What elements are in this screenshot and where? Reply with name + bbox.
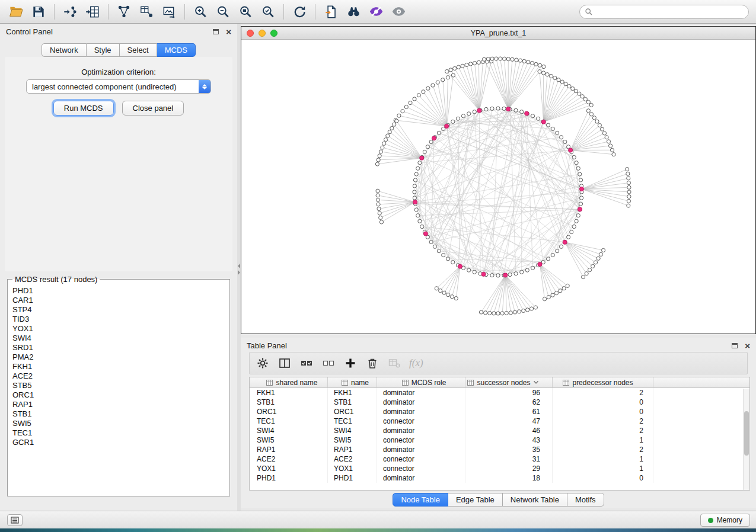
mcds-result-item[interactable]: FKH1 bbox=[12, 362, 225, 371]
table-row[interactable]: FKH1FKH1dominator962 bbox=[250, 388, 749, 398]
mcds-result-item[interactable]: ORC1 bbox=[12, 390, 225, 400]
new-network-button[interactable] bbox=[113, 2, 135, 21]
select-all-columns-button[interactable] bbox=[298, 355, 315, 371]
table-cell-filler bbox=[653, 445, 749, 454]
mcds-result-item[interactable]: YOX1 bbox=[12, 324, 225, 334]
column-header-name[interactable]: name bbox=[328, 377, 377, 387]
table-row[interactable]: ORC1ORC1dominator610 bbox=[250, 407, 749, 416]
table-cell: TEC1 bbox=[250, 416, 328, 426]
mcds-result-item[interactable]: RAP1 bbox=[12, 400, 225, 409]
table-cell-filler bbox=[653, 416, 749, 426]
mcds-result-item[interactable]: ACE2 bbox=[12, 371, 225, 381]
panel-selector-button[interactable] bbox=[7, 514, 23, 526]
zoom-out-button[interactable] bbox=[212, 2, 234, 21]
show-all-button[interactable] bbox=[387, 2, 410, 21]
tab-mcds[interactable]: MCDS bbox=[157, 43, 196, 57]
zoom-in-button[interactable] bbox=[189, 2, 212, 21]
table-panel: Table Panel × bbox=[241, 338, 756, 508]
float-panel-icon[interactable] bbox=[213, 29, 219, 34]
close-panel-button[interactable]: Close panel bbox=[122, 101, 184, 116]
tab-network[interactable]: Network bbox=[42, 43, 87, 57]
table-row[interactable]: SWI5SWI5connector431 bbox=[250, 435, 749, 445]
network-canvas-svg[interactable] bbox=[241, 40, 755, 334]
control-panel-tabs: Network Style Select MCDS bbox=[42, 43, 196, 57]
table-cell: RAP1 bbox=[250, 445, 328, 454]
import-table-button[interactable] bbox=[81, 2, 104, 21]
table-cell: 0 bbox=[553, 407, 653, 416]
mcds-result-item[interactable]: GCR1 bbox=[12, 438, 225, 447]
export-image-button[interactable] bbox=[158, 2, 180, 21]
table-row[interactable]: ACE2ACE2connector311 bbox=[250, 454, 749, 464]
save-session-button[interactable] bbox=[27, 2, 50, 21]
application-window: Control Panel × Network Style Select MCD… bbox=[0, 0, 756, 532]
mcds-result-item[interactable]: CAR1 bbox=[12, 296, 225, 305]
table-row[interactable]: TEC1TEC1connector472 bbox=[250, 416, 749, 426]
toolbar-separator bbox=[283, 4, 284, 20]
mcds-result-item[interactable]: SRD1 bbox=[12, 343, 225, 352]
mcds-result-item[interactable]: TID3 bbox=[12, 315, 225, 324]
column-type-icon bbox=[563, 380, 569, 386]
search-input[interactable] bbox=[596, 8, 744, 16]
deselect-all-columns-button[interactable] bbox=[320, 355, 337, 371]
zoom-fit-button[interactable] bbox=[234, 2, 257, 21]
mcds-result-item[interactable]: STB5 bbox=[12, 381, 225, 390]
open-file-button[interactable] bbox=[5, 2, 27, 21]
table-row[interactable]: SWI4SWI4dominator462 bbox=[250, 426, 749, 435]
table-cell: 1 bbox=[553, 435, 653, 445]
table-row[interactable]: STB1STB1dominator620 bbox=[250, 398, 749, 407]
search-network-button[interactable] bbox=[342, 2, 365, 21]
table-cell: ACE2 bbox=[328, 454, 377, 464]
show-columns-button[interactable] bbox=[276, 355, 293, 371]
table-settings-button[interactable] bbox=[254, 355, 271, 371]
window-minimize-button[interactable] bbox=[259, 30, 266, 37]
table-cell-filler bbox=[653, 388, 749, 398]
mcds-result-item[interactable]: STP4 bbox=[12, 305, 225, 315]
criterion-dropdown[interactable]: largest connected component (undirected) bbox=[26, 79, 211, 94]
mcds-result-list[interactable]: PHD1CAR1STP4TID3YOX1SWI4SRD1PMA2FKH1ACE2… bbox=[9, 285, 228, 495]
mcds-result-item[interactable]: STB1 bbox=[12, 409, 225, 419]
column-header-shared-name[interactable]: shared name bbox=[250, 377, 328, 387]
refresh-view-button[interactable] bbox=[288, 2, 311, 21]
run-mcds-button[interactable]: Run MCDS bbox=[53, 101, 114, 116]
mcds-result-item[interactable]: PHD1 bbox=[12, 286, 225, 296]
table-cell-filler bbox=[653, 435, 749, 445]
table-panel-titlebar: Table Panel × bbox=[241, 338, 756, 353]
table-cell: SWI5 bbox=[328, 435, 377, 445]
table-cell: PHD1 bbox=[250, 473, 328, 483]
table-row[interactable]: PHD1PHD1dominator180 bbox=[250, 473, 749, 483]
hide-unselected-button[interactable] bbox=[365, 2, 387, 21]
table-row[interactable]: RAP1RAP1dominator352 bbox=[250, 445, 749, 454]
mcds-result-item[interactable]: SWI5 bbox=[12, 419, 225, 428]
tab-node-table[interactable]: Node Table bbox=[393, 493, 448, 507]
create-column-button[interactable] bbox=[342, 355, 359, 371]
network-table-button[interactable] bbox=[135, 2, 158, 21]
table-row[interactable]: YOX1YOX1connector291 bbox=[250, 464, 749, 473]
network-table-icon bbox=[139, 4, 154, 20]
window-close-button[interactable] bbox=[247, 30, 254, 37]
float-table-panel-icon[interactable] bbox=[732, 343, 738, 348]
column-header-mcds-role[interactable]: MCDS role bbox=[377, 377, 465, 387]
table-scrollbar[interactable] bbox=[743, 389, 749, 490]
mcds-result-item[interactable]: TEC1 bbox=[12, 428, 225, 438]
tab-edge-table[interactable]: Edge Table bbox=[448, 493, 503, 507]
zoom-selected-button[interactable] bbox=[257, 2, 279, 21]
tab-network-table[interactable]: Network Table bbox=[503, 493, 567, 507]
tab-select[interactable]: Select bbox=[120, 43, 157, 57]
mcds-result-item[interactable]: PMA2 bbox=[12, 352, 225, 362]
delete-column-button[interactable] bbox=[364, 355, 381, 371]
close-panel-icon[interactable]: × bbox=[226, 27, 231, 36]
tab-motifs[interactable]: Motifs bbox=[567, 493, 604, 507]
share-document-button[interactable] bbox=[320, 2, 342, 21]
mcds-result-item[interactable]: SWI4 bbox=[12, 334, 225, 343]
import-network-button[interactable] bbox=[59, 2, 81, 21]
import-table-icon bbox=[85, 4, 100, 20]
memory-button[interactable]: Memory bbox=[700, 514, 750, 527]
close-table-panel-icon[interactable]: × bbox=[745, 341, 750, 350]
tab-style[interactable]: Style bbox=[87, 43, 120, 57]
column-header-predecessor-nodes[interactable]: predecessor nodes bbox=[553, 377, 653, 387]
scrollbar-thumb[interactable] bbox=[744, 411, 749, 456]
window-maximize-button[interactable] bbox=[270, 30, 277, 37]
column-header-successor-nodes[interactable]: successor nodes bbox=[465, 377, 553, 387]
search-box[interactable] bbox=[579, 5, 749, 19]
table-cell: 2 bbox=[553, 445, 653, 454]
